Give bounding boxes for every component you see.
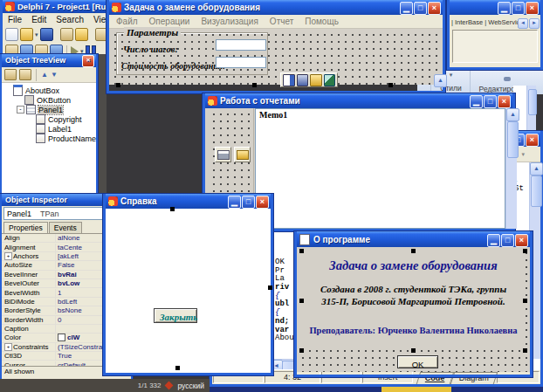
close-icon[interactable]: × <box>82 55 94 67</box>
steps-label: Число шагов: <box>123 45 178 54</box>
selection-handle[interactable] <box>523 299 527 303</box>
selection-handle[interactable] <box>411 249 416 253</box>
selection-handle[interactable] <box>299 249 304 253</box>
delphi-menu-item[interactable]: Edit <box>31 15 46 24</box>
tree-item-icon <box>26 105 36 114</box>
maximize-icon[interactable]: □ <box>512 2 525 15</box>
delphi-menu-item[interactable]: File <box>8 15 22 24</box>
new-file-icon[interactable] <box>5 28 18 41</box>
open-file-icon[interactable] <box>20 28 33 41</box>
binoculars-icon <box>504 77 511 81</box>
maximize-icon[interactable]: □ <box>501 234 514 247</box>
selection-handle[interactable] <box>523 249 527 253</box>
about-ok-button[interactable]: OK <box>397 355 438 368</box>
selection-handle[interactable] <box>388 83 393 87</box>
spellcheck-icon[interactable] <box>165 382 174 390</box>
minimize-icon[interactable]: ▁ <box>400 2 413 15</box>
delphi-menu-item[interactable]: Search <box>56 15 84 24</box>
close-icon[interactable]: × <box>526 134 539 147</box>
selection-handle[interactable] <box>116 83 120 87</box>
delete-item-icon[interactable] <box>19 69 31 80</box>
move-up-icon[interactable]: ▲ <box>41 71 48 79</box>
open-folder-icon[interactable] <box>310 74 322 86</box>
about-panel[interactable]: Задача о замене оборудования Создана в 2… <box>302 251 525 350</box>
task-form-menu-item[interactable]: Файл <box>116 17 138 26</box>
tree-item[interactable]: Copyright <box>2 114 96 124</box>
save-data-icon[interactable] <box>297 74 309 86</box>
form-scroll-up-icon[interactable]: ▲ <box>434 74 447 87</box>
treeview-titlebar[interactable]: Object TreeView × <box>2 54 96 67</box>
delphi-flame-icon <box>108 196 118 206</box>
selection-handle[interactable] <box>252 83 257 87</box>
task-form-menu-item[interactable]: Помощь <box>305 17 339 26</box>
save-icon[interactable] <box>40 28 53 41</box>
background-scrollbar[interactable] <box>526 86 536 133</box>
tab-properties[interactable]: Properties <box>3 222 48 233</box>
save-all-icon[interactable] <box>60 28 73 41</box>
move-down-icon[interactable]: ▼ <box>51 71 58 79</box>
help-form-titlebar[interactable]: Справка ▁ □ × <box>106 194 271 209</box>
selection-handle[interactable] <box>268 285 272 290</box>
open-report-button[interactable] <box>234 147 251 162</box>
inspector-status-text: All shown <box>4 368 34 375</box>
selection-handle[interactable] <box>175 366 180 370</box>
selection-handle[interactable] <box>170 207 175 211</box>
close-icon[interactable]: × <box>256 196 269 209</box>
open-dropdown-icon[interactable]: ▾ <box>35 31 38 38</box>
tab-scroll-right-icon[interactable]: ► <box>529 18 540 29</box>
selection-handle[interactable] <box>299 299 304 303</box>
about-form-titlebar[interactable]: О программе ▁ □ × <box>297 231 530 247</box>
printer-icon <box>217 150 230 160</box>
close-icon[interactable]: × <box>526 2 539 15</box>
open-project-icon[interactable] <box>75 28 88 41</box>
steps-input[interactable] <box>216 39 266 51</box>
selection-handle[interactable] <box>523 348 527 353</box>
about-teacher-line: Преподаватель: Юрченко Валентина Николае… <box>302 326 525 335</box>
palette-tabs[interactable]: | InterBase | WebServices | InternetE <box>450 15 526 26</box>
report-icon[interactable] <box>283 74 295 86</box>
word-statusbar-fragment: 1/1 332 русский <box>0 379 210 392</box>
tree-item[interactable]: Label1 <box>2 124 96 134</box>
tab-events[interactable]: Events <box>49 222 82 233</box>
maximize-icon[interactable]: □ <box>242 196 255 209</box>
task-form-menu-item[interactable]: Визуализация <box>201 17 258 26</box>
task-form-menu-item[interactable]: Операции <box>149 17 190 26</box>
tree-item[interactable]: AboutBox <box>2 86 96 95</box>
tree-item-icon <box>36 124 45 134</box>
close-icon[interactable]: × <box>428 2 441 15</box>
maximize-icon[interactable]: □ <box>484 95 497 108</box>
reports-form-titlebar[interactable]: Работа с отчетами ▁ □ × <box>205 93 512 108</box>
reports-memo[interactable]: Memo1 <box>255 108 505 229</box>
minimize-icon[interactable]: ▁ <box>470 95 483 108</box>
tree-item-icon <box>13 85 23 96</box>
scroll-up-icon[interactable]: ▲ <box>530 162 543 175</box>
reports-form-title: Работа с отчетами <box>220 93 300 108</box>
tree-item[interactable]: - Panel1 <box>2 105 96 114</box>
maximize-icon[interactable]: □ <box>414 2 427 15</box>
reports-vscrollbar[interactable]: ▲ <box>505 108 517 229</box>
selection-handle[interactable] <box>299 348 304 353</box>
minimize-icon[interactable]: ▁ <box>498 2 511 15</box>
print-report-button[interactable] <box>215 147 231 162</box>
close-icon[interactable]: × <box>498 95 511 108</box>
help-close-button[interactable]: Закрыть <box>154 308 197 323</box>
new-item-icon[interactable] <box>4 69 17 80</box>
about-body-line1: Создана в 2008 г. студенткой ТЭКа, групп… <box>302 284 525 294</box>
selection-handle[interactable] <box>411 348 416 353</box>
close-icon[interactable]: × <box>515 234 528 247</box>
tree-item[interactable]: OKButton <box>2 95 96 105</box>
forward-dropdown-icon[interactable]: ▾ <box>521 151 525 158</box>
code-line: Abou <box>275 334 294 343</box>
language-indicator[interactable]: русский <box>177 382 204 390</box>
tree-item[interactable]: ProductName <box>2 134 96 143</box>
cost-input[interactable] <box>216 57 266 68</box>
picture-icon[interactable] <box>324 74 336 86</box>
task-form-titlebar[interactable]: Задача о замене оборудования ▁ □ × <box>109 0 443 15</box>
minimize-icon[interactable]: ▁ <box>487 234 500 247</box>
about-form-title: О программе <box>313 232 370 247</box>
scroll-up-icon[interactable]: ▲ <box>506 108 519 121</box>
minimize-icon[interactable]: ▁ <box>228 196 241 209</box>
tab-scroll-left-icon[interactable]: ◄ <box>518 18 528 29</box>
task-form-menu-item[interactable]: Отчет <box>270 17 293 26</box>
palette-titlebar[interactable]: ▁ □ × <box>450 0 540 15</box>
